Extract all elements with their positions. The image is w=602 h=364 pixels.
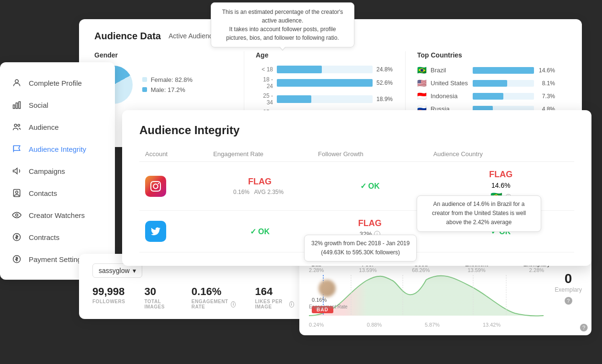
gender-title: Gender	[94, 51, 232, 59]
country-bar-fill	[473, 93, 503, 100]
age-pct: 18.9%	[376, 96, 394, 102]
sidebar-item-label-audience-integrity: Audience Integrity	[29, 145, 86, 153]
stat-item: 164 LIKES PER IMAGE i	[255, 285, 294, 309]
gender-legend: Female: 82.8% Male: 17.2%	[142, 76, 193, 93]
age-row: 18 - 24 52.6%	[256, 76, 394, 90]
integrity-title: Audience Integrity	[139, 124, 574, 137]
stat-label: LIKES PER IMAGE i	[255, 299, 294, 309]
col-country-header: Audience Country	[428, 147, 574, 162]
group-icon	[11, 122, 22, 132]
country-name: Indonesia	[431, 92, 469, 100]
stat-label: FOLLOWERS	[92, 299, 125, 304]
male-dot	[142, 87, 147, 92]
megaphone-icon	[11, 166, 22, 176]
country-flag-icon: 🇧🇷	[417, 66, 427, 75]
stat-info-icon[interactable]: i	[231, 301, 236, 307]
country-bar-bg	[473, 80, 534, 87]
exemplary-block: 0 Exemplary ?	[555, 262, 582, 305]
stat-info-icon[interactable]: i	[289, 301, 294, 307]
x-label-4: 13.42%	[483, 322, 500, 328]
col-engagement-header: Engagement Rate	[207, 147, 312, 162]
chart-x-labels: 0.24% 0.88% 5.87% 13.42%	[309, 322, 544, 328]
sidebar-item-complete-profile[interactable]: Complete Profile	[0, 72, 115, 94]
exemplary-help-icon[interactable]: ?	[555, 296, 582, 305]
countries-title: Top Countries	[417, 51, 555, 59]
sidebar-item-label-payment-settings: Payment Settings	[29, 255, 85, 263]
tooltip-line2: It takes into account follower posts, pr…	[226, 26, 339, 41]
age-bar-bg	[277, 95, 373, 103]
country-pct: 8.1%	[538, 80, 555, 87]
engagement-rate-label: Engagement Rate	[309, 304, 348, 309]
bell-curve-svg	[309, 275, 544, 318]
sidebar-item-creator-watchers[interactable]: Creator Watchers	[0, 204, 115, 226]
stat-item: 0.16% ENGAGEMENT RATE i	[192, 285, 236, 309]
sidebar-item-label-complete-profile: Complete Profile	[29, 79, 82, 87]
sidebar-item-audience[interactable]: Audience	[0, 116, 115, 138]
stat-value: 30	[144, 285, 172, 298]
country-bar-bg	[473, 67, 534, 74]
age-bar-fill	[277, 66, 322, 73]
sidebar-item-label-contacts: Contacts	[29, 189, 57, 197]
chevron-down-icon: ▾	[133, 267, 136, 274]
exemplary-label: Exemplary	[555, 286, 582, 293]
country-row: 🇧🇷 Brazil 14.6%	[417, 66, 555, 75]
age-row: 25 - 34 18.9%	[256, 92, 394, 106]
chart-area: BAD 0.16% Engagement Rate	[309, 275, 550, 320]
age-pct: 52.6%	[376, 80, 394, 86]
x-label-2: 0.88%	[367, 322, 382, 328]
tooltip-country-audience: An audience of 14.6% in Brazil for a cre…	[417, 195, 541, 232]
svg-rect-2	[16, 103, 17, 109]
payment-icon	[11, 254, 22, 264]
country-name: Brazil	[431, 67, 469, 74]
age-pct: 24.8%	[376, 66, 394, 73]
sidebar-item-label-campaigns: Campaigns	[29, 167, 65, 175]
country-pct: 7.3%	[538, 93, 555, 100]
stat-item: 30 TOTAL IMAGES	[144, 285, 172, 309]
sidebar-items-container: Complete Profile Social Audience Audienc…	[0, 72, 115, 270]
svg-rect-3	[19, 102, 20, 108]
audience-data-title: Audience Data	[94, 31, 161, 42]
sidebar-item-label-social: Social	[29, 101, 48, 109]
ig-engagement-values: 0.16% AVG 2.35%	[213, 189, 307, 195]
tooltip-active-audience: This is an estimated percentage of the c…	[211, 2, 354, 47]
sidebar-item-campaigns[interactable]: Campaigns	[0, 160, 115, 182]
svg-point-4	[14, 124, 17, 126]
col-follower-header: Follower Growth	[312, 147, 428, 162]
tw-follower-flag: FLAG	[318, 218, 422, 228]
exemplary-number: 0	[555, 271, 582, 286]
sidebar-item-contacts[interactable]: Contacts	[0, 182, 115, 204]
country-row: 🇺🇸 United States 8.1%	[417, 79, 555, 88]
stat-label: ENGAGEMENT RATE i	[192, 299, 236, 309]
person-icon	[11, 78, 22, 88]
dropdown-value: sassyglow	[99, 267, 130, 274]
country-flag-icon: 🇮🇩	[417, 91, 427, 101]
ig-follower-ok: ✓OK	[318, 182, 422, 191]
country-bar-fill	[473, 67, 534, 74]
blurred-avatar	[318, 280, 336, 299]
tooltip-follower-line2: (449.63K to 595.30K followers)	[321, 249, 400, 256]
female-dot	[142, 77, 147, 82]
svg-point-9	[16, 214, 18, 216]
country-bar-fill	[473, 80, 507, 87]
svg-rect-1	[13, 105, 15, 109]
tooltip-follower-growth: 32% growth from Dec 2018 - Jan 2019 (449…	[304, 235, 417, 262]
ig-engagement-flag: FLAG	[213, 177, 307, 187]
sidebar-item-audience-integrity[interactable]: Audience Integrity	[0, 138, 115, 160]
chart-help-icon[interactable]: ?	[580, 324, 588, 331]
ig-country-pct: 14.6%	[433, 182, 568, 189]
x-label-3: 5.87%	[425, 322, 440, 328]
sidebar: Complete Profile Social Audience Audienc…	[0, 62, 115, 280]
age-bar-bg	[277, 79, 373, 87]
stat-value: 0.16%	[192, 285, 236, 298]
sidebar-item-social[interactable]: Social	[0, 94, 115, 116]
svg-point-0	[15, 80, 19, 83]
age-bar-fill	[277, 95, 311, 103]
age-bar-fill	[277, 79, 373, 87]
sidebar-item-contracts[interactable]: Contracts	[0, 226, 115, 248]
svg-point-8	[16, 191, 18, 193]
tw-engagement-ok: ✓OK	[213, 227, 307, 236]
age-range: 18 - 24	[256, 76, 273, 90]
tooltip-follower-line1: 32% growth from Dec 2018 - Jan 2019	[311, 240, 409, 247]
age-bar-bg	[277, 66, 373, 73]
tooltip-country-text: An audience of 14.6% in Brazil for a cre…	[432, 201, 526, 226]
